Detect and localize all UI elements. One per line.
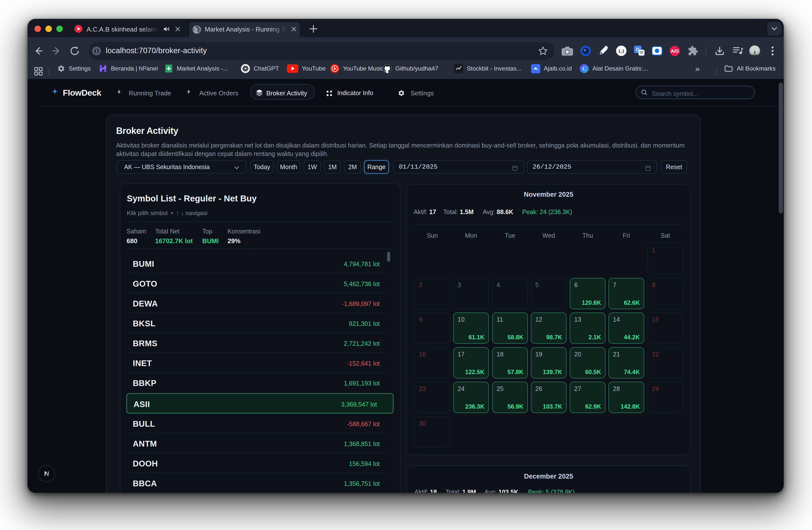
svg-text:C: C bbox=[582, 66, 586, 71]
svg-text:A/D: A/D bbox=[671, 48, 679, 54]
svg-text:{..}: {..} bbox=[619, 49, 624, 53]
